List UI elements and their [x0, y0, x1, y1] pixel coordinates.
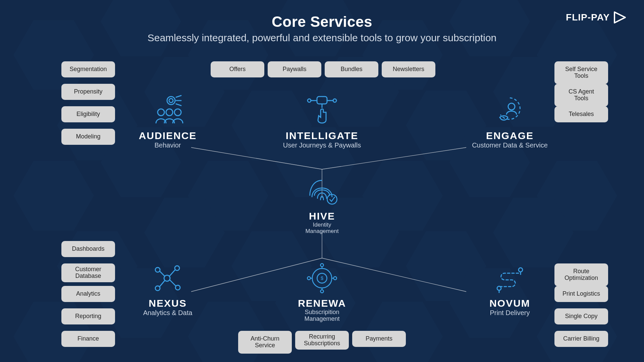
service-tagline: Subscripition Management — [275, 309, 369, 322]
service-audience: AUDIENCE Behavior — [121, 94, 215, 149]
chip-finance: Finance — [61, 331, 115, 347]
svg-line-25 — [169, 270, 175, 276]
chip-dashboards: Dashboards — [61, 241, 115, 257]
svg-point-40 — [497, 286, 501, 290]
svg-point-31 — [320, 263, 323, 266]
svg-point-18 — [508, 103, 515, 110]
svg-text:$: $ — [321, 276, 323, 281]
service-nexus: NEXUS Analytics & Data — [121, 261, 215, 317]
svg-point-10 — [167, 97, 175, 105]
svg-point-32 — [320, 290, 323, 293]
service-tagline: Customer Data & Service — [463, 141, 557, 149]
svg-point-8 — [166, 109, 173, 116]
chip-customer-db: Customer Database — [61, 263, 115, 282]
service-name: AUDIENCE — [121, 130, 215, 141]
svg-point-17 — [333, 99, 336, 102]
svg-point-22 — [155, 286, 160, 291]
chip-segmentation: Segmentation — [61, 61, 115, 77]
service-renewa: $ RENEWA Subscripition Management — [275, 261, 369, 322]
touch-icon — [305, 94, 339, 127]
service-tagline: User Journeys & Paywalls — [275, 141, 369, 149]
chip-paywalls: Paywalls — [268, 61, 321, 77]
svg-rect-12 — [317, 97, 327, 104]
svg-point-34 — [334, 277, 337, 280]
svg-line-27 — [170, 280, 176, 286]
chip-print-logistics: Print Logistics — [554, 286, 608, 302]
service-tagline: Identity Management — [288, 222, 356, 234]
service-tagline: Behavior — [121, 141, 215, 149]
svg-line-2 — [322, 147, 466, 169]
fingerprint-icon — [305, 174, 339, 208]
flip-pay-logo: FLIP-PAY — [566, 10, 627, 25]
svg-point-19 — [155, 267, 160, 272]
svg-line-1 — [191, 147, 322, 169]
customer-icon — [493, 94, 527, 127]
chip-payments: Payments — [352, 331, 406, 347]
chip-cs-agent: CS Agent Tools — [554, 84, 608, 107]
chip-anti-churn: Anti-Churn Service — [238, 331, 292, 354]
route-icon — [493, 261, 527, 295]
chip-recurring: Recurring Subscriptions — [295, 331, 349, 350]
service-name: INTELLIGATE — [275, 130, 369, 141]
svg-point-9 — [174, 109, 181, 116]
service-engage: ENGAGE Customer Data & Service — [463, 94, 557, 149]
chip-analytics: Analytics — [61, 286, 115, 302]
chip-carrier-billing: Carrier Billing — [554, 331, 608, 347]
chip-bundles: Bundles — [325, 61, 378, 77]
chip-modeling: Modeling — [61, 129, 115, 145]
service-novum: NOVUM Print Delivery — [463, 261, 557, 317]
page-title: Core Services — [0, 13, 644, 30]
svg-point-7 — [158, 109, 164, 116]
service-hive: HIVE Identity Management — [288, 174, 356, 234]
chip-telesales: Telesales — [554, 106, 608, 122]
chip-self-service: Self Service Tools — [554, 61, 608, 84]
svg-point-33 — [307, 277, 310, 280]
page-subtitle: Seamlessly integrated, powerful and exte… — [0, 32, 644, 44]
graph-icon — [151, 261, 184, 295]
svg-point-23 — [175, 285, 180, 290]
service-name: ENGAGE — [463, 130, 557, 141]
svg-point-39 — [519, 268, 523, 272]
service-tagline: Analytics & Data — [121, 309, 215, 317]
service-name: RENEWA — [275, 298, 369, 309]
chip-eligibility: Eligibility — [61, 106, 115, 122]
chip-newsletters: Newsletters — [382, 61, 435, 77]
chip-route-opt: Route Optimization — [554, 263, 608, 286]
svg-point-16 — [308, 99, 311, 102]
svg-line-24 — [160, 271, 165, 277]
chip-propensity: Propensity — [61, 84, 115, 100]
chip-single-copy: Single Copy — [554, 308, 608, 324]
chip-offers: Offers — [211, 61, 264, 77]
svg-point-11 — [169, 99, 173, 103]
play-icon — [612, 10, 627, 25]
logo-text: FLIP-PAY — [566, 12, 610, 23]
service-name: HIVE — [288, 210, 356, 222]
subscription-icon: $ — [305, 261, 339, 295]
page-header: Core Services Seamlessly integrated, pow… — [0, 13, 644, 44]
service-name: NOVUM — [463, 298, 557, 309]
service-name: NEXUS — [121, 298, 215, 309]
chip-reporting: Reporting — [61, 308, 115, 324]
service-intelligate: INTELLIGATE User Journeys & Paywalls — [275, 94, 369, 149]
audience-icon — [151, 94, 184, 127]
svg-point-20 — [175, 266, 179, 270]
svg-line-26 — [160, 280, 165, 287]
service-tagline: Print Delivery — [463, 309, 557, 317]
